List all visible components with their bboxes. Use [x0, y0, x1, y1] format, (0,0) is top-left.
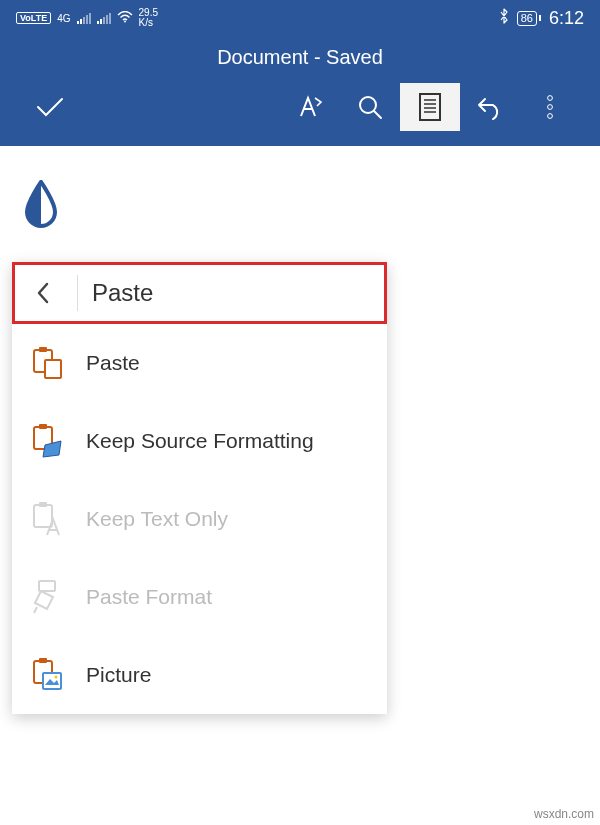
undo-button[interactable]	[460, 83, 520, 131]
svg-point-0	[124, 20, 126, 22]
menu-label: Picture	[86, 663, 151, 687]
bluetooth-icon	[499, 8, 509, 28]
divider	[77, 275, 78, 311]
wifi-icon	[117, 11, 133, 26]
document-title-bar: Document - Saved	[0, 36, 600, 78]
svg-rect-15	[39, 658, 47, 663]
svg-point-17	[55, 676, 58, 679]
format-painter-icon	[30, 579, 64, 615]
speed-label: 29.5 K/s	[139, 8, 158, 28]
content-area: Paste Paste Keep Source Fo	[0, 146, 600, 714]
more-button[interactable]	[520, 83, 580, 131]
net-gen-label: 4G	[57, 13, 70, 24]
menu-label: Keep Source Formatting	[86, 429, 314, 453]
clock-label: 6:12	[549, 8, 584, 29]
svg-point-4	[548, 105, 553, 110]
svg-rect-13	[39, 581, 55, 591]
svg-rect-2	[420, 94, 440, 120]
paste-panel: Paste Paste Keep Source Fo	[12, 262, 387, 714]
paste-picture-icon	[30, 657, 64, 693]
volte-badge: VoLTE	[16, 12, 51, 24]
menu-item-picture[interactable]: Picture	[12, 636, 387, 714]
svg-rect-7	[39, 347, 47, 352]
search-button[interactable]	[340, 83, 400, 131]
paste-text-only-icon	[30, 501, 64, 537]
paste-icon	[30, 346, 64, 380]
menu-item-paste-format: Paste Format	[12, 558, 387, 636]
menu-item-keep-source-formatting[interactable]: Keep Source Formatting	[12, 402, 387, 480]
panel-header: Paste	[12, 262, 387, 324]
done-button[interactable]	[20, 83, 80, 131]
status-bar: VoLTE 4G 29.5 K/s 86 6:12	[0, 0, 600, 36]
svg-rect-11	[34, 505, 52, 527]
back-button[interactable]	[23, 281, 63, 305]
document-title: Document - Saved	[217, 46, 383, 69]
menu-label: Paste Format	[86, 585, 212, 609]
status-left: VoLTE 4G 29.5 K/s	[16, 8, 158, 28]
svg-point-5	[548, 114, 553, 119]
signal-icon	[77, 12, 91, 24]
svg-rect-12	[39, 502, 47, 507]
battery-icon: 86	[517, 11, 541, 26]
text-effects-button[interactable]	[280, 83, 340, 131]
menu-item-keep-text-only: Keep Text Only	[12, 480, 387, 558]
menu-item-paste[interactable]: Paste	[12, 324, 387, 402]
paste-keep-formatting-icon	[30, 423, 64, 459]
reading-view-button[interactable]	[400, 83, 460, 131]
watermark: wsxdn.com	[534, 807, 594, 821]
toolbar	[0, 78, 600, 146]
svg-point-3	[548, 96, 553, 101]
panel-title: Paste	[92, 279, 153, 307]
ink-drop-icon[interactable]	[22, 180, 600, 232]
menu-label: Paste	[86, 351, 140, 375]
svg-rect-10	[39, 424, 47, 429]
signal-icon-2	[97, 12, 111, 24]
status-right: 86 6:12	[499, 8, 584, 29]
svg-rect-8	[45, 360, 61, 378]
menu-label: Keep Text Only	[86, 507, 228, 531]
